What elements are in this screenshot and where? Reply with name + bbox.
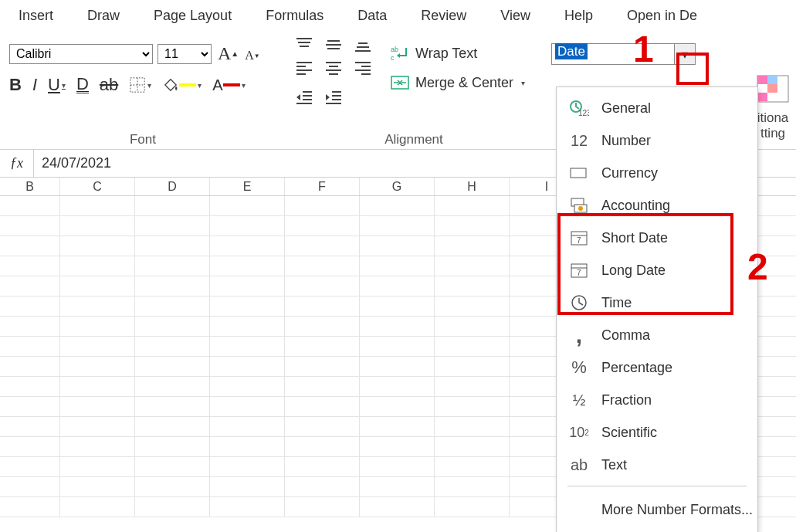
svg-rect-38: [767, 84, 777, 93]
col-header[interactable]: G: [360, 178, 435, 195]
svg-rect-39: [757, 93, 767, 101]
format-text-label: Text: [601, 457, 627, 473]
svg-rect-37: [767, 76, 777, 84]
fx-icon[interactable]: ƒx: [0, 150, 34, 177]
align-right-button[interactable]: [354, 60, 372, 76]
underline-button[interactable]: U ▾: [48, 75, 66, 95]
increase-indent-button[interactable]: [324, 90, 343, 105]
bold-button[interactable]: B: [9, 75, 22, 95]
format-comma-label: Comma: [601, 327, 650, 344]
menu-view[interactable]: View: [483, 3, 547, 29]
format-number[interactable]: 12 Number: [557, 124, 757, 157]
font-name-select[interactable]: Calibri: [9, 44, 153, 64]
menu-bar: Insert Draw Page Layout Formulas Data Re…: [0, 0, 796, 31]
comma-icon: ,: [567, 325, 591, 345]
general-icon: 123: [567, 98, 591, 118]
format-percentage[interactable]: % Percentage: [557, 351, 757, 384]
format-percentage-label: Percentage: [601, 360, 672, 376]
dropdown-separator: [567, 486, 747, 486]
menu-page-layout[interactable]: Page Layout: [137, 3, 249, 29]
merge-center-label: Merge & Center: [415, 75, 513, 91]
font-group: Calibri 11 A▲ A▼ B I U ▾ D ab ▾ ▾ A▾: [0, 31, 286, 149]
italic-button[interactable]: I: [32, 75, 37, 95]
fill-color-button[interactable]: ▾: [162, 78, 202, 92]
text-icon: ab: [567, 455, 591, 475]
percentage-icon: %: [567, 357, 591, 378]
annotation-box-1: [676, 53, 709, 85]
border-icon: [129, 76, 146, 93]
more-number-formats[interactable]: More Number Formats...: [557, 491, 757, 529]
format-scientific[interactable]: 102 Scientific: [557, 416, 757, 449]
strikethrough-button[interactable]: ab: [100, 75, 118, 95]
menu-open-in-desktop[interactable]: Open in De: [610, 3, 714, 29]
col-header[interactable]: C: [60, 178, 135, 195]
col-header[interactable]: H: [435, 178, 510, 195]
format-fraction[interactable]: ½ Fraction: [557, 384, 757, 416]
scientific-icon: 102: [567, 422, 591, 442]
align-top-button[interactable]: [295, 37, 313, 53]
font-group-label: Font: [0, 132, 286, 147]
merge-icon: [391, 74, 409, 91]
svg-text:c: c: [391, 54, 395, 62]
col-header[interactable]: B: [0, 178, 60, 195]
align-bottom-button[interactable]: [354, 37, 372, 53]
font-size-select[interactable]: 11: [158, 44, 212, 64]
wrap-text-icon: abc: [391, 45, 409, 62]
decrease-indent-button[interactable]: [295, 90, 313, 105]
format-fraction-label: Fraction: [601, 392, 652, 408]
double-underline-button[interactable]: D: [76, 77, 89, 93]
format-scientific-label: Scientific: [601, 425, 657, 441]
align-left-button[interactable]: [295, 60, 313, 76]
col-header[interactable]: E: [210, 178, 285, 195]
format-comma[interactable]: , Comma: [557, 319, 757, 351]
merge-center-button[interactable]: Merge & Center ▾: [391, 74, 533, 91]
svg-text:ab: ab: [391, 46, 398, 53]
menu-data[interactable]: Data: [340, 3, 404, 29]
format-number-label: Number: [601, 133, 651, 149]
format-currency[interactable]: Currency: [557, 157, 757, 189]
format-text[interactable]: ab Text: [557, 449, 757, 481]
format-general-label: General: [601, 100, 651, 117]
svg-point-45: [578, 206, 583, 211]
svg-text:123: 123: [578, 109, 589, 117]
menu-draw[interactable]: Draw: [70, 3, 137, 29]
format-general[interactable]: 123 General: [557, 92, 757, 124]
wrap-text-button[interactable]: abc Wrap Text: [391, 45, 533, 62]
svg-rect-36: [757, 76, 767, 84]
formula-input[interactable]: 24/07/2021: [34, 155, 111, 171]
conditional-formatting-icon: [756, 74, 790, 103]
align-center-button[interactable]: [324, 60, 343, 76]
svg-rect-42: [571, 168, 586, 178]
align-middle-button[interactable]: [324, 37, 343, 53]
menu-help[interactable]: Help: [547, 3, 610, 29]
menu-review[interactable]: Review: [404, 3, 483, 29]
format-accounting-label: Accounting: [601, 198, 670, 214]
paint-bucket-icon: [162, 78, 179, 92]
alignment-group-label: Alignment: [286, 132, 542, 147]
col-header[interactable]: D: [135, 178, 210, 195]
annotation-box-2: [557, 213, 733, 315]
decrease-font-size-button[interactable]: A▼: [245, 49, 259, 64]
col-header[interactable]: F: [285, 178, 360, 195]
borders-button[interactable]: ▾: [129, 76, 151, 93]
number-format-select[interactable]: Date: [551, 43, 675, 65]
annotation-number-1: 1: [633, 28, 654, 70]
wrap-merge-group: abc Wrap Text Merge & Center ▾ Alignment: [381, 31, 542, 149]
menu-formulas[interactable]: Formulas: [249, 3, 340, 29]
fraction-icon: ½: [567, 390, 591, 410]
menu-insert[interactable]: Insert: [2, 3, 70, 29]
number-icon: 12: [567, 130, 591, 151]
annotation-number-2: 2: [747, 246, 768, 288]
font-color-button[interactable]: A▾: [212, 76, 245, 94]
increase-font-size-button[interactable]: A▲: [216, 43, 240, 64]
wrap-text-label: Wrap Text: [415, 46, 477, 62]
format-currency-label: Currency: [601, 165, 658, 181]
currency-icon: [567, 163, 591, 183]
